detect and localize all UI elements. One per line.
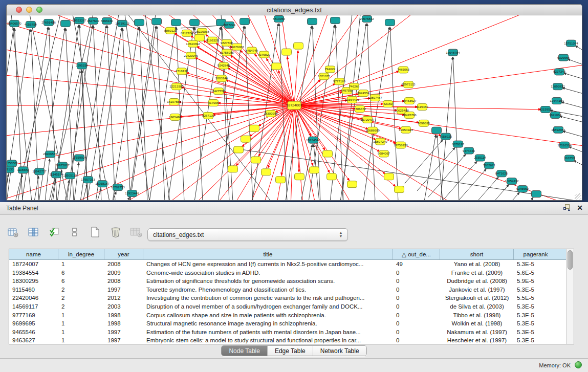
citation-edge-black[interactable] bbox=[437, 135, 443, 201]
citation-edge-red[interactable] bbox=[294, 105, 582, 201]
citation-edge-red[interactable] bbox=[7, 15, 294, 105]
citation-edge-red[interactable] bbox=[89, 15, 294, 105]
network-node[interactable] bbox=[251, 157, 261, 163]
citation-edge-red[interactable] bbox=[7, 15, 294, 105]
citation-edge-red[interactable] bbox=[7, 15, 294, 105]
citation-edge-red[interactable] bbox=[7, 15, 294, 105]
network-node[interactable] bbox=[241, 136, 251, 142]
network-node[interactable] bbox=[310, 167, 319, 173]
citation-edge-red[interactable] bbox=[7, 15, 294, 105]
network-node[interactable] bbox=[347, 181, 357, 188]
row-options-icon[interactable] bbox=[69, 226, 81, 238]
citation-edge-black[interactable] bbox=[236, 149, 582, 201]
resize-grip[interactable] bbox=[575, 193, 581, 200]
citation-edge-black[interactable] bbox=[482, 192, 519, 201]
citation-edge-red[interactable] bbox=[228, 68, 294, 105]
network-node[interactable] bbox=[228, 166, 238, 172]
citation-edge-red[interactable] bbox=[271, 105, 294, 201]
network-node[interactable] bbox=[385, 19, 395, 26]
citation-edge-black[interactable] bbox=[568, 59, 582, 65]
citation-edge-black[interactable] bbox=[97, 188, 101, 201]
column-header-in_degree[interactable]: in_degree bbox=[58, 249, 104, 259]
network-window-titlebar[interactable]: citations_edges.txt bbox=[7, 5, 582, 15]
table-settings-icon[interactable] bbox=[7, 226, 19, 238]
citation-edge-black[interactable] bbox=[461, 177, 498, 201]
citation-edge-black[interactable] bbox=[448, 169, 486, 201]
network-node[interactable] bbox=[294, 42, 303, 49]
float-panel-icon[interactable] bbox=[563, 204, 571, 211]
table-row[interactable]: 946362711997Embryonic stem cells: a mode… bbox=[9, 336, 566, 344]
tab-edge-table[interactable]: Edge Table bbox=[268, 346, 313, 356]
citation-edge-black[interactable] bbox=[569, 147, 582, 152]
table-row[interactable]: 946554611997Estimation of the future num… bbox=[9, 328, 566, 337]
citation-edge-red[interactable] bbox=[7, 15, 294, 105]
citation-edge-black[interactable] bbox=[157, 26, 165, 201]
show-columns-icon[interactable] bbox=[28, 226, 40, 238]
table-row[interactable]: 1938455462009Genome-wide association stu… bbox=[9, 269, 566, 277]
citation-edge-black[interactable] bbox=[560, 116, 582, 122]
network-node[interactable] bbox=[327, 173, 337, 180]
citation-edge-black[interactable] bbox=[130, 26, 156, 201]
network-node[interactable] bbox=[331, 17, 340, 24]
network-node[interactable] bbox=[61, 20, 71, 27]
column-header-year[interactable]: year bbox=[104, 249, 143, 259]
network-node[interactable] bbox=[135, 19, 144, 26]
network-graph[interactable]: 1872400725406570405575427691406106532871… bbox=[7, 15, 582, 201]
network-node[interactable] bbox=[432, 127, 442, 134]
citation-edge-black[interactable] bbox=[562, 88, 582, 94]
column-header-name[interactable]: name bbox=[9, 249, 58, 259]
table-scrollbar-thumb[interactable] bbox=[568, 250, 573, 270]
citation-edge-black[interactable] bbox=[441, 57, 452, 201]
table-row[interactable]: 977716911998Corpus callosum shape and si… bbox=[9, 311, 566, 320]
citation-edge-black[interactable] bbox=[45, 159, 50, 201]
tab-node-table[interactable]: Node Table bbox=[222, 346, 268, 356]
citation-edge-black[interactable] bbox=[139, 27, 147, 201]
citation-edge-black[interactable] bbox=[405, 140, 443, 183]
network-node[interactable] bbox=[272, 63, 281, 70]
network-node[interactable] bbox=[152, 18, 162, 25]
table-row[interactable]: 969969511998Structural magnetic resonanc… bbox=[9, 319, 566, 328]
create-table-icon[interactable] bbox=[89, 226, 101, 238]
network-node[interactable] bbox=[384, 173, 394, 180]
citation-edge-black[interactable] bbox=[122, 28, 130, 201]
table-row[interactable]: 1872400712008Changes of HCN gene express… bbox=[9, 260, 566, 269]
citation-edge-black[interactable] bbox=[113, 27, 139, 201]
table-selector-dropdown[interactable]: citations_edges.txt ▲▼ bbox=[147, 228, 348, 241]
network-node[interactable] bbox=[262, 169, 271, 176]
network-node[interactable] bbox=[240, 18, 250, 25]
column-header-title[interactable]: title bbox=[143, 249, 393, 259]
import-table-icon[interactable] bbox=[130, 226, 142, 238]
select-columns-icon[interactable] bbox=[48, 226, 60, 238]
citation-edge-black[interactable] bbox=[125, 15, 149, 201]
citation-edge-red[interactable] bbox=[7, 15, 294, 105]
citation-edge-black[interactable] bbox=[563, 131, 582, 137]
citation-edge-black[interactable] bbox=[14, 28, 23, 201]
citation-edge-black[interactable] bbox=[453, 57, 459, 201]
citation-edge-red[interactable] bbox=[7, 15, 294, 105]
citation-edge-black[interactable] bbox=[93, 26, 101, 201]
citation-edge-red[interactable] bbox=[7, 15, 294, 105]
citation-edge-black[interactable] bbox=[561, 102, 582, 108]
delete-table-icon[interactable] bbox=[110, 226, 122, 238]
network-node[interactable] bbox=[190, 19, 200, 26]
table-row[interactable]: 1456911722003Disruption of a novel membe… bbox=[9, 302, 566, 311]
table-scrollbar[interactable] bbox=[566, 249, 574, 344]
citation-edge-black[interactable] bbox=[575, 46, 582, 50]
table-row[interactable]: 2242004622012Investigating the contribut… bbox=[9, 294, 566, 302]
citation-edge-black[interactable] bbox=[74, 162, 79, 201]
table-row[interactable]: 1830029562008Estimation of significance … bbox=[9, 277, 566, 286]
network-node[interactable] bbox=[276, 177, 286, 183]
network-node[interactable] bbox=[323, 150, 333, 157]
tab-network-table[interactable]: Network Table bbox=[313, 346, 366, 356]
network-node[interactable] bbox=[234, 146, 244, 153]
citation-edge-black[interactable] bbox=[417, 147, 455, 191]
close-panel-icon[interactable]: ✕ bbox=[577, 204, 583, 211]
citation-edge-red[interactable] bbox=[7, 15, 294, 105]
citation-edge-red[interactable] bbox=[294, 105, 582, 201]
column-header-out_de[interactable]: △ out_de... bbox=[393, 249, 440, 259]
column-header-short[interactable]: short bbox=[440, 249, 514, 259]
column-header-pagerank[interactable]: pagerank bbox=[514, 249, 557, 259]
network-node[interactable] bbox=[282, 49, 292, 55]
network-node[interactable] bbox=[295, 173, 304, 180]
network-node[interactable] bbox=[532, 191, 541, 198]
